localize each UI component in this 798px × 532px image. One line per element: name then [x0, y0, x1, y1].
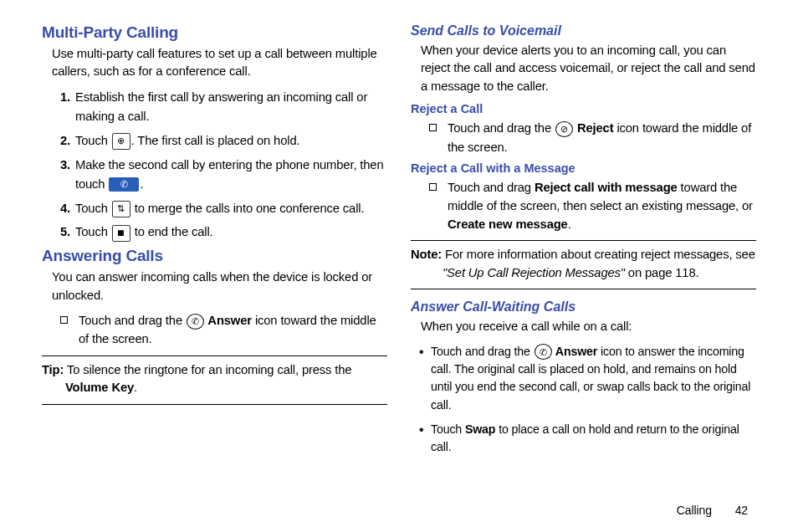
text: Touch and drag the	[79, 314, 186, 327]
bold: Volume Key	[65, 381, 134, 394]
text: to merge the calls into one conference c…	[131, 202, 365, 215]
intro-call-waiting: When you receive a call while on a call:	[421, 318, 756, 335]
step-3: Make the second call by entering the pho…	[74, 156, 387, 194]
italic-ref: "Set Up Call Rejection Messages"	[442, 266, 625, 279]
heading-voicemail: Send Calls to Voicemail	[411, 23, 756, 38]
bold: Create new message	[448, 217, 568, 231]
answer-icon: ✆	[535, 344, 552, 360]
intro-answering: You can answer incoming calls when the d…	[52, 269, 387, 304]
call-button-icon: ✆	[109, 177, 139, 192]
reject-icon: ⊘	[555, 121, 573, 137]
note-block: Note: For more information about creatin…	[411, 246, 756, 282]
cw-bullet-answer: Touch and drag the ✆ Answer icon to answ…	[419, 343, 756, 414]
text: Touch	[431, 422, 465, 436]
heading-call-waiting: Answer Call-Waiting Calls	[411, 299, 756, 315]
text: .	[134, 381, 137, 394]
text: on page 118.	[625, 266, 699, 279]
footer-page: 42	[735, 504, 748, 517]
steps-list: Establish the first call by answering an…	[54, 88, 387, 242]
page-footer: Calling 42	[677, 504, 748, 517]
heading-answering: Answering Calls	[42, 247, 387, 265]
reject-msg-bullets: Touch and drag Reject call with message …	[429, 178, 756, 234]
text: .	[568, 217, 571, 231]
heading-reject-msg: Reject a Call with a Message	[411, 161, 756, 175]
tip-block: Tip: To silence the ringtone for an inco…	[42, 361, 387, 397]
note-label: Note:	[411, 248, 442, 261]
end-call-icon: ⏹	[112, 225, 130, 242]
text: Touch	[75, 225, 111, 238]
merge-icon: ⇅	[112, 201, 130, 217]
bullet-answer: Touch and drag the ✆ Answer icon toward …	[60, 311, 387, 348]
step-4: Touch ⇅ to merge the calls into one conf…	[74, 199, 387, 218]
text: To silence the ringtone for an incoming …	[64, 363, 351, 376]
bold: Answer	[553, 345, 598, 358]
right-column: Send Calls to Voicemail When your device…	[411, 23, 756, 492]
reject-bullets: Touch and drag the ⊘ Reject icon toward …	[429, 119, 756, 156]
step-5: Touch ⏹ to end the call.	[74, 223, 387, 242]
heading-multi-party: Multi-Party Calling	[42, 23, 387, 42]
text: For more information about creating reje…	[442, 248, 755, 261]
text: .	[140, 177, 143, 191]
cw-bullets: Touch and drag the ✆ Answer icon to answ…	[419, 343, 756, 457]
intro-multi-party: Use multi-party call features to set up …	[52, 45, 387, 81]
divider	[42, 404, 387, 405]
step-2: Touch ⊕. The first call is placed on hol…	[74, 131, 387, 151]
bold: Reject call with message	[535, 181, 678, 194]
intro-voicemail: When your device alerts you to an incomi…	[421, 42, 756, 95]
divider	[411, 289, 756, 289]
text: Touch	[75, 202, 111, 215]
text: Touch and drag	[448, 181, 535, 194]
text: to end the call.	[131, 225, 213, 238]
text: Touch and drag the	[431, 345, 534, 358]
divider	[42, 356, 387, 356]
answer-icon: ✆	[187, 314, 204, 330]
bullet-reject: Touch and drag the ⊘ Reject icon toward …	[429, 119, 756, 156]
bold: Reject	[574, 121, 613, 135]
step-1: Establish the first call by answering an…	[74, 88, 387, 126]
cw-bullet-swap: Touch Swap to place a call on hold and r…	[419, 421, 756, 457]
divider	[411, 240, 756, 241]
answer-bullets: Touch and drag the ✆ Answer icon toward …	[60, 311, 387, 348]
text: Touch and drag the	[448, 121, 555, 135]
text: . The first call is placed on hold.	[131, 134, 300, 147]
bold: Swap	[465, 422, 495, 436]
heading-reject: Reject a Call	[411, 102, 756, 115]
tip-label: Tip:	[42, 363, 64, 376]
left-column: Multi-Party Calling Use multi-party call…	[42, 23, 387, 492]
bold: Answer	[205, 314, 252, 327]
footer-section: Calling	[677, 504, 712, 517]
text: Touch	[75, 134, 111, 147]
bullet-reject-msg: Touch and drag Reject call with message …	[429, 178, 756, 234]
add-call-icon: ⊕	[112, 133, 130, 150]
